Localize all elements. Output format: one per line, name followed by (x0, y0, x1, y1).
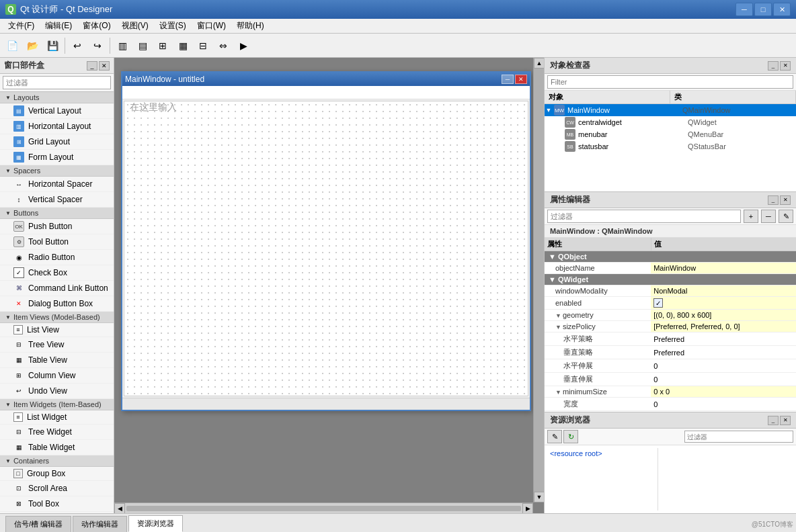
designer-scrollbar-h[interactable]: ◀ ▶ (114, 502, 533, 513)
prop-row-min-height[interactable]: 高度 0 (545, 411, 796, 412)
widget-item-undo-view[interactable]: ↩ Undo View (0, 384, 114, 399)
scroll-v-track[interactable] (534, 69, 544, 492)
property-edit-button[interactable]: ✎ (779, 210, 793, 223)
widget-item-form-layout[interactable]: ▦ Form Layout (0, 150, 114, 165)
prop-row-v-stretch[interactable]: 垂直伸展 0 (545, 373, 796, 386)
widget-item-horizontal-layout[interactable]: ▥ Horizontal Layout (0, 119, 114, 134)
prop-row-windowmodality[interactable]: windowModality NonModal (545, 285, 796, 297)
maximize-button[interactable]: □ (754, 3, 772, 16)
object-inspector-close-button[interactable]: ✕ (780, 61, 791, 71)
prop-value-enabled[interactable]: ✓ (651, 297, 796, 310)
prop-value-windowmodality[interactable]: NonModal (651, 285, 796, 297)
layout-form-button[interactable]: ▦ (173, 36, 192, 55)
main-window-min-button[interactable]: ─ (502, 75, 514, 84)
prop-row-geometry[interactable]: ▼geometry [(0, 0), 800 x 600] (545, 310, 796, 321)
widget-item-list-widget[interactable]: ≡ List Widget (0, 410, 114, 425)
scroll-left-button[interactable]: ◀ (114, 503, 125, 514)
obj-row-menubar[interactable]: MB menubar QMenuBar (545, 128, 796, 140)
property-filter-input[interactable] (547, 210, 741, 223)
prop-value-sizepolicy[interactable]: [Preferred, Preferred, 0, 0] (651, 321, 796, 332)
prop-row-h-policy[interactable]: 水平策略 Preferred (545, 332, 796, 346)
widget-item-tree-widget[interactable]: ⊟ Tree Widget (0, 425, 114, 440)
widget-item-table-widget[interactable]: ▦ Table Widget (0, 440, 114, 455)
obj-row-centralwidget[interactable]: CW centralwidget QWidget (545, 116, 796, 128)
prop-group-qobject[interactable]: ▼ QObject (545, 251, 796, 263)
sizepolicy-expand-icon[interactable]: ▼ (555, 324, 561, 330)
object-inspector-filter-input[interactable] (547, 75, 793, 89)
category-layouts[interactable]: Layouts (0, 92, 114, 103)
open-file-button[interactable]: 📂 (23, 36, 42, 55)
widget-box-close-button[interactable]: ✕ (99, 61, 110, 71)
prop-value-min-height[interactable]: 0 (651, 411, 796, 412)
widget-item-vertical-layout[interactable]: ▤ Vertical Layout (0, 103, 114, 119)
scroll-right-button[interactable]: ▶ (522, 503, 533, 514)
resource-root-item[interactable]: <resource root> (547, 448, 658, 459)
undo-button[interactable]: ↩ (68, 36, 87, 55)
property-editor-close-button[interactable]: ✕ (780, 195, 791, 205)
resource-filter-input[interactable] (684, 431, 793, 443)
menu-item-v[interactable]: 视图(V) (116, 19, 154, 33)
adjust-size-button[interactable]: ⇔ (214, 36, 233, 55)
category-buttons[interactable]: Buttons (0, 208, 114, 219)
prop-value-h-stretch[interactable]: 0 (651, 359, 796, 373)
prop-value-minsize[interactable]: 0 x 0 (651, 386, 796, 398)
category-item-widgets[interactable]: Item Widgets (Item-Based) (0, 399, 114, 410)
prop-row-min-width[interactable]: 宽度 0 (545, 398, 796, 411)
category-item-views[interactable]: Item Views (Model-Based) (0, 312, 114, 323)
preview-button[interactable]: ▶ (234, 36, 253, 55)
property-add-button[interactable]: + (744, 210, 758, 223)
widget-item-command-link[interactable]: ⌘ Command Link Button (0, 281, 114, 296)
prop-value-geometry[interactable]: [(0, 0), 800 x 600] (651, 310, 796, 321)
widget-item-list-view[interactable]: ≡ List View (0, 323, 114, 337)
tab-action-editor[interactable]: 动作编辑器 (73, 516, 127, 532)
menu-item-f[interactable]: 文件(F) (3, 19, 40, 33)
prop-row-enabled[interactable]: enabled ✓ (545, 297, 796, 310)
scroll-down-button[interactable]: ▼ (534, 492, 544, 502)
menu-item-s[interactable]: 设置(S) (154, 19, 192, 33)
prop-row-sizepolicy[interactable]: ▼sizePolicy [Preferred, Preferred, 0, 0] (545, 321, 796, 332)
tab-resource-browser[interactable]: 资源浏览器 (128, 515, 183, 532)
widget-box-float-button[interactable]: _ (87, 61, 97, 71)
geometry-expand-icon[interactable]: ▼ (555, 312, 561, 319)
obj-row-mainwindow[interactable]: ▼ MW MainWindow QMainWindow (545, 104, 796, 116)
widget-item-scroll-area[interactable]: ⊡ Scroll Area (0, 481, 114, 496)
prop-value-v-policy[interactable]: Preferred (651, 346, 796, 359)
minimize-button[interactable]: ─ (735, 3, 753, 16)
layout-grid-button[interactable]: ⊞ (153, 36, 172, 55)
prop-value-v-stretch[interactable]: 0 (651, 373, 796, 386)
main-window-canvas[interactable]: MainWindow - untitled ─ ✕ 在这里输入 (121, 71, 531, 411)
widget-item-push-button[interactable]: OK Push Button (0, 219, 114, 234)
widget-item-radio-button[interactable]: ◉ Radio Button (0, 250, 114, 265)
designer-scrollbar-v[interactable]: ▲ ▼ (533, 58, 544, 502)
resource-edit-button[interactable]: ✎ (547, 430, 562, 443)
menu-item-w[interactable]: 窗口(W) (192, 19, 231, 33)
widget-item-dialog-button-box[interactable]: ✕ Dialog Button Box (0, 296, 114, 312)
widget-item-column-view[interactable]: ⊞ Column View (0, 368, 114, 384)
new-file-button[interactable]: 📄 (3, 36, 22, 55)
widget-item-group-box[interactable]: □ Group Box (0, 467, 114, 481)
scroll-up-button[interactable]: ▲ (534, 58, 544, 69)
widget-item-v-spacer[interactable]: ↕ Vertical Spacer (0, 192, 114, 208)
menu-item-h[interactable]: 帮助(H) (231, 19, 270, 33)
widget-filter-input[interactable] (3, 76, 111, 89)
break-layout-button[interactable]: ⊟ (194, 36, 212, 55)
prop-row-v-policy[interactable]: 垂直策略 Preferred (545, 346, 796, 359)
category-spacers[interactable]: Spacers (0, 165, 114, 177)
menu-item-o[interactable]: 窗体(O) (77, 19, 116, 33)
widget-item-grid-layout[interactable]: ⊞ Grid Layout (0, 134, 114, 150)
category-containers[interactable]: Containers (0, 455, 114, 467)
widget-item-tool-button[interactable]: ⚙ Tool Button (0, 234, 114, 250)
minsize-expand-icon[interactable]: ▼ (555, 389, 561, 396)
main-window-content[interactable]: 在这里输入 (124, 101, 528, 396)
save-file-button[interactable]: 💾 (43, 36, 62, 55)
resource-browser-close-button[interactable]: ✕ (780, 416, 791, 425)
obj-row-statusbar[interactable]: SB statusbar QStatusBar (545, 140, 796, 152)
prop-value-h-policy[interactable]: Preferred (651, 332, 796, 346)
redo-button[interactable]: ↪ (88, 36, 107, 55)
prop-row-h-stretch[interactable]: 水平伸展 0 (545, 359, 796, 373)
prop-value-objectname[interactable]: MainWindow (651, 263, 796, 274)
widget-item-tool-box[interactable]: ⊠ Tool Box (0, 496, 114, 512)
widget-item-h-spacer[interactable]: ↔ Horizontal Spacer (0, 177, 114, 192)
enabled-checkbox[interactable]: ✓ (653, 298, 663, 308)
property-remove-button[interactable]: ─ (761, 210, 776, 223)
